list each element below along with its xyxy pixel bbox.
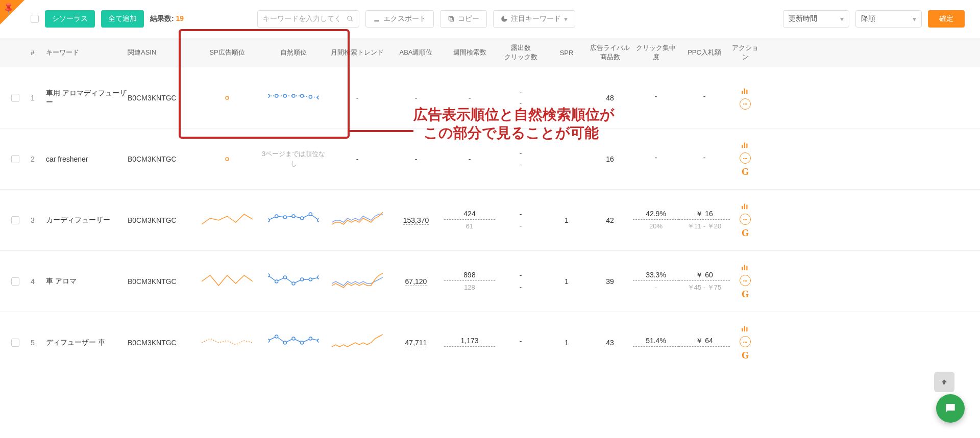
sp-rank-chart[interactable] (194, 271, 260, 292)
more-options-icon[interactable]: ••• (740, 275, 751, 286)
aba-rank: 47,711 (388, 339, 444, 347)
sort-field-select[interactable]: 更新時間▾ (783, 10, 849, 28)
asin-text[interactable]: B0CM3KNTGC (128, 94, 177, 102)
trend-chart[interactable]: - (327, 94, 388, 102)
chart-icon[interactable] (741, 86, 750, 95)
toolbar: シソーラス 全て追加 結果数: 19 キーワードを入力してく エクスポート コピ… (0, 0, 980, 38)
keyword-text[interactable]: ディフューザー 車 (46, 338, 105, 346)
thesaurus-button[interactable]: シソーラス (45, 10, 95, 28)
chart-icon[interactable] (741, 263, 750, 272)
featured-keyword-button[interactable]: 注目キーワード ▾ (493, 10, 575, 28)
trend-chart[interactable]: - (327, 155, 388, 163)
scroll-top-button[interactable] (934, 372, 954, 373)
row-number: 2 (31, 155, 46, 163)
header-asin[interactable]: 関連ASIN (128, 48, 194, 57)
row-checkbox[interactable] (11, 216, 19, 224)
rival-count: 43 (587, 339, 633, 347)
header-keyword[interactable]: キーワード (46, 48, 128, 57)
svg-point-11 (309, 95, 312, 98)
row-checkbox[interactable] (11, 94, 19, 102)
asin-text[interactable]: B0CM3KNTGC (128, 277, 177, 286)
svg-point-33 (292, 282, 295, 285)
trend-chart[interactable] (327, 210, 388, 230)
asin-text[interactable]: B0CM3KNTGC (128, 216, 177, 224)
click-concentration: - (633, 92, 679, 104)
weekly-searches: 1,173 (444, 336, 495, 349)
header-sp-rank[interactable]: SP広告順位 (194, 48, 260, 57)
svg-point-12 (317, 96, 319, 99)
svg-point-45 (309, 337, 312, 340)
keyword-text[interactable]: car freshener (46, 155, 88, 163)
keyword-text[interactable]: 車用 アロマディフューザー (46, 89, 127, 106)
svg-rect-39 (746, 266, 747, 270)
copy-button[interactable]: コピー (440, 10, 487, 28)
svg-point-25 (309, 213, 312, 216)
google-icon[interactable]: G (742, 289, 749, 300)
svg-rect-29 (746, 205, 747, 209)
trend-chart[interactable] (327, 332, 388, 353)
svg-point-7 (275, 94, 278, 97)
svg-rect-27 (742, 206, 743, 209)
svg-point-26 (317, 219, 319, 222)
keyword-text[interactable]: 車 アロマ (46, 277, 77, 285)
header-exposure[interactable]: 露出数 クリック数 (495, 43, 546, 62)
svg-point-20 (268, 219, 270, 222)
svg-point-22 (283, 216, 286, 219)
sort-order-select[interactable]: 降順▾ (855, 10, 922, 28)
header-rivals[interactable]: 広告ライバル商品数 (587, 43, 633, 62)
svg-rect-38 (744, 265, 745, 271)
rival-count: 39 (587, 277, 633, 286)
asin-text[interactable]: B0CM3KNTGC (128, 339, 177, 347)
more-options-icon[interactable]: ••• (740, 98, 751, 110)
google-icon[interactable]: G (742, 350, 749, 361)
header-ppc[interactable]: PPC入札額 (679, 48, 730, 57)
google-icon[interactable]: G (742, 167, 749, 177)
natural-rank-chart[interactable] (260, 210, 327, 230)
row-checkbox[interactable] (11, 155, 19, 163)
natural-rank-chart[interactable] (260, 88, 327, 108)
svg-rect-2 (450, 18, 454, 21)
svg-point-9 (292, 94, 295, 97)
weekly-searches: - (444, 94, 495, 102)
add-all-button[interactable]: 全て追加 (101, 10, 144, 28)
select-all-checkbox[interactable] (31, 15, 39, 23)
confirm-button[interactable]: 確定 (928, 10, 965, 28)
trend-chart[interactable] (327, 271, 388, 292)
click-concentration: - (633, 153, 679, 165)
header-trend[interactable]: 月間検索トレンド (327, 48, 388, 57)
rival-count: 42 (587, 216, 633, 224)
export-button[interactable]: エクスポート (365, 10, 434, 28)
natural-rank-chart[interactable] (260, 271, 327, 292)
sp-rank-chart[interactable] (194, 149, 260, 169)
row-checkbox[interactable] (11, 339, 19, 347)
chart-icon[interactable] (741, 201, 750, 211)
natural-rank-chart[interactable]: 3ページまでは順位なし (260, 149, 327, 168)
svg-point-6 (268, 94, 270, 97)
row-checkbox[interactable] (11, 277, 19, 286)
header-click[interactable]: クリック集中度 (633, 43, 679, 62)
row-number: 3 (31, 216, 46, 224)
svg-point-46 (317, 339, 319, 342)
header-spr[interactable]: SPR (546, 49, 587, 57)
sp-rank-chart[interactable] (194, 210, 260, 230)
header-aba[interactable]: ABA週順位 (388, 48, 444, 57)
sp-rank-chart[interactable] (194, 88, 260, 108)
more-options-icon[interactable]: ••• (740, 152, 751, 164)
svg-point-21 (275, 215, 278, 218)
chart-icon[interactable] (741, 324, 750, 333)
header-natural[interactable]: 自然順位 (260, 48, 327, 57)
keyword-text[interactable]: カーディフューザー (46, 216, 110, 224)
row-number: 5 (31, 339, 46, 347)
keyword-search-input[interactable]: キーワードを入力してく (257, 10, 359, 28)
header-action: アクション (730, 43, 761, 62)
asin-text[interactable]: B0CM3KNTGC (128, 155, 177, 163)
weekly-searches: - (444, 155, 495, 163)
weekly-searches: 42461 (444, 209, 495, 231)
more-options-icon[interactable]: ••• (740, 336, 751, 347)
sp-rank-chart[interactable] (194, 332, 260, 353)
chart-icon[interactable] (741, 140, 750, 149)
natural-rank-chart[interactable] (260, 332, 327, 353)
header-weekly[interactable]: 週間検索数 (444, 48, 495, 57)
more-options-icon[interactable]: ••• (740, 214, 751, 225)
google-icon[interactable]: G (742, 228, 749, 239)
